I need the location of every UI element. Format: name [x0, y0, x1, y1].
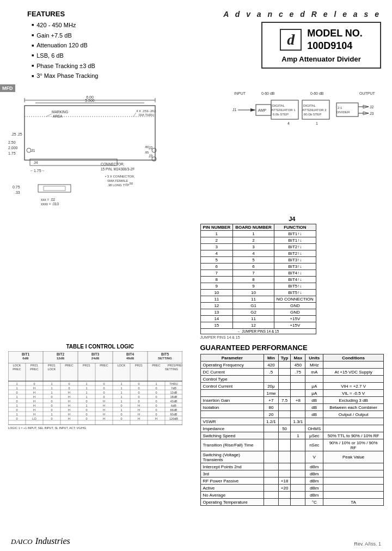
svg-text:0: 0 — [155, 404, 157, 407]
j4-cell: 7 — [200, 270, 233, 277]
j4-cell: 12 — [200, 303, 233, 309]
svg-text:H: H — [68, 413, 70, 416]
svg-text:.33: .33 — [15, 191, 20, 194]
perf-body: Operating Frequency420450MHzDC Current.5… — [200, 362, 384, 506]
j4-cell: BIT2↑↓ — [274, 244, 316, 250]
svg-text:0: 0 — [85, 400, 87, 403]
performance-section: GUARANTEED PERFORMANCE Parameter Min Typ… — [200, 344, 384, 506]
svg-text:H: H — [68, 408, 70, 412]
perf-cell — [278, 451, 291, 463]
perf-cell — [291, 451, 305, 463]
perf-cell: Switching Speed — [200, 432, 264, 439]
perf-cell — [278, 390, 291, 397]
perf-cell: 1mw — [264, 390, 279, 397]
svg-text:0: 0 — [16, 400, 17, 403]
svg-text:SETTING: SETTING — [165, 368, 178, 371]
model-box: d MODEL NO. 100D9104 Amp Attenuator Divi… — [261, 22, 381, 69]
perf-cell: 3rd — [200, 470, 264, 477]
j4-header-row: PIN NUMBER BOARD NUMBER FUNCTION — [200, 224, 316, 231]
svg-text:BIT2: BIT2 — [57, 352, 64, 356]
performance-table: Parameter Min Typ Max Units Conditions O… — [200, 354, 384, 506]
svg-text:ATTENUATOR 2: ATTENUATOR 2 — [302, 108, 327, 112]
spacer — [8, 216, 192, 339]
svg-text:2:1: 2:1 — [338, 106, 342, 109]
svg-text:6dB: 6dB — [171, 404, 176, 407]
perf-cell — [264, 432, 279, 439]
svg-text:H: H — [138, 413, 140, 416]
j4-cell: +15V — [274, 316, 316, 322]
svg-text:LOGIC 1 = +1 INPUT, SEL INPUT,: LOGIC 1 = +1 INPUT, SEL INPUT, SL INPUT,… — [8, 426, 86, 430]
j4-jumper-row: ← JUMPER PINS 14 & 15 — [200, 329, 316, 334]
j4-cell: NO CONNECTION — [274, 296, 316, 303]
perf-row-18: Operating Temperature°CTA — [200, 499, 384, 506]
svg-text:0-60 dB: 0-60 dB — [261, 91, 275, 95]
perf-cell — [278, 432, 291, 439]
perf-cell — [291, 383, 305, 390]
perf-cell — [291, 411, 305, 418]
svg-text:18dB: 18dB — [170, 395, 177, 399]
features-title: FEATURES — [27, 10, 98, 18]
perf-cell — [291, 404, 305, 411]
perf-col-param: Parameter — [200, 354, 264, 362]
j4-cell: 8 — [200, 277, 233, 283]
j4-cell: BIT3↑↓ — [274, 257, 316, 264]
svg-text:PR21: PR21 — [48, 364, 56, 367]
perf-cell: .5 — [264, 369, 279, 376]
j4-cell: 11 — [200, 296, 233, 303]
right-header: A d v a n c e d R e l e a s e d MODEL NO… — [223, 10, 381, 69]
svg-text:BIT5: BIT5 — [161, 352, 169, 356]
svg-text:0: 0 — [51, 404, 52, 407]
j4-cell: 2 — [233, 237, 274, 244]
j4-row-10: 1111NO CONNECTION — [200, 296, 316, 303]
perf-cell: dB — [305, 397, 323, 404]
svg-text:xxxx = .010: xxxx = .010 — [41, 202, 59, 206]
svg-text:←1.75→: ←1.75→ — [30, 169, 45, 173]
perf-cell: RF Power Passive — [200, 477, 264, 485]
svg-text:1: 1 — [120, 382, 122, 385]
svg-point-16 — [152, 148, 156, 152]
model-text-block: MODEL NO. 100D9104 — [307, 27, 363, 53]
svg-text:0: 0 — [138, 382, 139, 385]
perf-cell — [291, 499, 305, 506]
perf-cell: +18 — [278, 477, 291, 485]
svg-text:24dB: 24dB — [91, 357, 100, 360]
j4-cell: 13 — [200, 309, 233, 316]
svg-text:MARKING: MARKING — [52, 110, 68, 114]
svg-text:1: 1 — [316, 121, 318, 125]
perf-cell: +8 — [291, 397, 305, 404]
j4-jumper-cell: ← JUMPER PINS 14 & 15 — [200, 329, 316, 334]
svg-text:0: 0 — [103, 391, 105, 394]
model-row: d MODEL NO. 100D9104 — [280, 27, 363, 53]
j4-col-board: BOARD NUMBER — [233, 224, 274, 231]
perf-row-6: Isolation80dBBetween each Combiner — [200, 404, 384, 411]
svg-text:0: 0 — [155, 395, 157, 399]
svg-text:0: 0 — [33, 382, 35, 385]
perf-cell — [278, 369, 291, 376]
svg-text:0: 0 — [85, 408, 87, 412]
perf-cell — [264, 425, 279, 432]
perf-cell — [264, 492, 279, 499]
svg-point-14 — [27, 148, 31, 152]
feature-item-1: 420 - 450 MHz — [32, 20, 98, 30]
perf-cell: °C — [305, 499, 323, 506]
svg-text:H: H — [68, 395, 70, 399]
svg-text:H: H — [68, 404, 70, 407]
svg-text:PR21: PR21 — [83, 364, 90, 367]
j4-cell: 2 — [200, 237, 233, 244]
svg-text:PREC: PREC — [175, 364, 182, 367]
j4-cell: BIT1↑↓ — [274, 237, 316, 244]
perf-cell: .75 — [291, 369, 305, 376]
svg-text:1: 1 — [51, 382, 52, 385]
model-subtitle: Amp Attenuator Divider — [281, 55, 360, 63]
perf-cell — [291, 463, 305, 470]
perf-cell — [264, 439, 279, 451]
perf-row-11: Transition (Rise/Fall) TimenSec90% / 10%… — [200, 439, 384, 451]
perf-cell: Operating Temperature — [200, 499, 264, 506]
feature-item-3: Attenuation 120 dB — [32, 40, 98, 51]
perf-row-13: Intercept Points 2nddBm — [200, 463, 384, 470]
j4-cell: 5 — [200, 257, 233, 264]
perf-row-3: Control Current20μμAVIH = +2.7 V — [200, 383, 384, 390]
perf-cell — [278, 404, 291, 411]
j4-section: J4 PIN NUMBER BOARD NUMBER FUNCTION 11BI… — [0, 216, 392, 339]
perf-cell: VIH = +2.7 V — [323, 383, 384, 390]
